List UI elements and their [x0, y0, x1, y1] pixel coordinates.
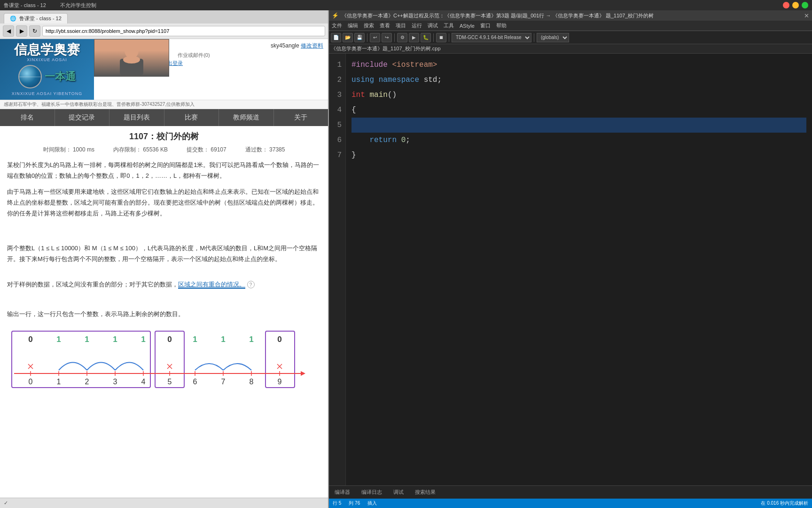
tab-compile-log[interactable]: 调试 [391, 489, 406, 496]
ide-titlebar: ⚡ 《信息学奥赛一本通》C++解题过程及示范：《信息学奥赛一本通》第3题 题/副… [329, 10, 812, 21]
svg-text:1: 1 [141, 335, 145, 344]
edit-profile-link[interactable]: 修改资料 [301, 42, 323, 49]
ide-editor[interactable]: 1 2 3 4 5 6 7 #include <iostream> using [329, 54, 812, 485]
toolbar-undo[interactable]: ↩ [370, 33, 380, 42]
diagram-area: 0 1 2 3 4 5 6 7 8 9 0 1 1 [7, 324, 321, 399]
svg-text:2: 2 [85, 378, 89, 386]
video-person [94, 40, 169, 76]
problem-area[interactable]: 1107：校门外的树 时间限制： 1000 ms 内存限制： 65536 KB … [0, 126, 328, 498]
back-button[interactable]: ◀ [3, 25, 14, 37]
svg-text:3: 3 [113, 378, 117, 386]
sep4 [449, 33, 449, 42]
menu-file[interactable]: 文件 [332, 22, 342, 29]
fn-main: main [369, 87, 387, 103]
code-line-1: #include <iostream> [351, 57, 806, 72]
kw-namespace: namespace [379, 72, 419, 87]
toolbar-new[interactable]: 📄 [331, 33, 341, 42]
maximize-btn[interactable] [802, 2, 808, 8]
menu-window[interactable]: 窗口 [480, 22, 491, 29]
left-panel: 🌐 鲁课堂 - class - 12 ◀ ▶ ↻ 信息学奥赛 XINXIXUE … [0, 10, 329, 508]
toolbar-run[interactable]: ▶ [409, 33, 419, 42]
toolbar-debug[interactable]: 🐛 [421, 33, 431, 42]
ide-title: 《信息学奥赛一本通》C++解题过程及示范：《信息学奥赛一本通》第3题 题/副题_… [342, 12, 801, 19]
ide-icon: ⚡ [332, 12, 339, 19]
problem-input: 两个整数L（1 ≤ L ≤ 10000）和 M（1 ≤ M ≤ 100），L代表… [7, 243, 321, 265]
tab-resources[interactable]: 编译日志 [359, 489, 384, 496]
logo-subtitle2: XINXIXUE AOSAI YIBENTONG [12, 91, 83, 96]
close-brace: } [351, 148, 356, 163]
tab-debug[interactable]: 搜索结果 [413, 489, 437, 496]
reload-button[interactable]: ↻ [29, 25, 40, 37]
code-area[interactable]: #include <iostream> using namespace std … [346, 54, 812, 485]
top-bar: 鲁课堂 - class - 12 不允许学生控制 [0, 0, 812, 10]
notice-bar: 感谢郑石军中学、福建长乐一中信奉教杨联彩台是现、晋侨教师群-307432527,… [0, 100, 328, 109]
tab-compiler[interactable]: 编译器 [333, 489, 352, 496]
svg-text:0: 0 [29, 378, 33, 386]
window-title: 鲁课堂 - class - 12 [4, 2, 46, 9]
ide-close-btn[interactable]: ✕ [804, 12, 809, 19]
video-overlay [94, 39, 169, 77]
menu-search[interactable]: 搜索 [364, 22, 374, 29]
svg-text:1: 1 [221, 335, 225, 344]
toolbar-compile[interactable]: ⚙ [397, 33, 407, 42]
browser-tab-active[interactable]: 🌐 鲁课堂 - class - 12 [4, 13, 68, 24]
browser-tabs: 🌐 鲁课堂 - class - 12 [0, 10, 328, 24]
kw-include: #include [351, 57, 388, 72]
forward-button[interactable]: ▶ [16, 25, 27, 37]
highlight-span: 区域之间有重合的情况。 [178, 281, 245, 289]
address-bar[interactable] [42, 26, 325, 36]
compiler-select[interactable]: TDM-GCC 4.9.1 64-bit Release [452, 33, 531, 42]
toolbar-save[interactable]: 💾 [354, 33, 365, 42]
tab-label: 不允许学生控制 [60, 2, 96, 9]
memory-limit: 内存限制： 65536 KB [113, 146, 168, 154]
menu-run[interactable]: 运行 [412, 22, 422, 29]
logo-subtitle1: XINXIXUE AOSAI [27, 57, 67, 62]
toolbar-redo[interactable]: ↪ [382, 33, 392, 42]
ide-status-bar: 行 5 列 76 插入 在 0.016 秒内完成解析 [329, 499, 812, 508]
menu-edit[interactable]: 编辑 [348, 22, 358, 29]
nav-rank[interactable]: 排名 [0, 109, 55, 126]
include-path: <iostream> [392, 57, 437, 72]
nav-contest[interactable]: 比赛 [164, 109, 219, 126]
sep5 [534, 33, 534, 42]
sep3 [433, 33, 434, 42]
ide-toolbar: 📄 📂 💾 ↩ ↪ ⚙ ▶ 🐛 ⏹ TDM-GCC 4.9.1 64-bit R… [329, 31, 812, 44]
help-icon[interactable]: ? [247, 281, 255, 288]
code-line-2: using namespace std ; [351, 72, 806, 87]
minimize-btn[interactable] [792, 2, 799, 8]
ide-menubar: 文件 编辑 搜索 查看 项目 运行 调试 工具 AStyle 窗口 帮助 [329, 21, 812, 31]
spacer3 [7, 294, 321, 309]
line-numbers: 1 2 3 4 5 6 7 [329, 54, 346, 485]
globe-icon [18, 65, 42, 88]
scope-select[interactable]: (globals) [537, 33, 569, 42]
menu-help[interactable]: 帮助 [496, 22, 507, 29]
line-num-1: 1 [329, 57, 345, 72]
spacer1 [7, 224, 321, 243]
toolbar-stop[interactable]: ⏹ [436, 33, 446, 42]
code-line-3: int main () [351, 87, 806, 103]
menu-view[interactable]: 查看 [380, 22, 390, 29]
nav-about[interactable]: 关于 [274, 109, 328, 126]
menu-tools[interactable]: 工具 [444, 22, 454, 29]
nav-teacher[interactable]: 教师频道 [219, 109, 274, 126]
right-panel: ⚡ 《信息学奥赛一本通》C++解题过程及示范：《信息学奥赛一本通》第3题 题/副… [329, 10, 812, 508]
toolbar-open[interactable]: 📂 [343, 33, 353, 42]
menu-astyle[interactable]: AStyle [460, 23, 475, 29]
browser-chrome: 🌐 鲁课堂 - class - 12 ◀ ▶ ↻ [0, 10, 328, 39]
menu-project[interactable]: 项目 [396, 22, 406, 29]
problem-note: 对于样例的数据，区域之间没有重合的部分；对于其它的数据，区域之间有重合的情况。 … [7, 279, 321, 290]
svg-text:1: 1 [113, 335, 117, 344]
svg-text:1: 1 [249, 335, 253, 344]
file-tab[interactable]: 《信息学奥赛一本通》题_1107_校门外的树.cpp [331, 45, 441, 52]
homework-link[interactable]: 作业或邮件(0) [178, 52, 210, 58]
status-ins: 插入 [367, 500, 377, 507]
menu-debug[interactable]: 调试 [428, 22, 438, 29]
close-btn[interactable] [783, 2, 789, 8]
site-logo: 信息学奥赛 XINXIXUE AOSAI 一本通 XINXIXUE AOSAI … [0, 39, 94, 100]
code-line-5[interactable] [351, 118, 806, 133]
status-text: ✓ [4, 500, 8, 506]
logo-onetong: 一本通 [45, 70, 76, 84]
nav-problems[interactable]: 题目列表 [109, 109, 164, 126]
line-num-2: 2 [329, 72, 345, 87]
nav-submissions[interactable]: 提交记录 [55, 109, 110, 126]
